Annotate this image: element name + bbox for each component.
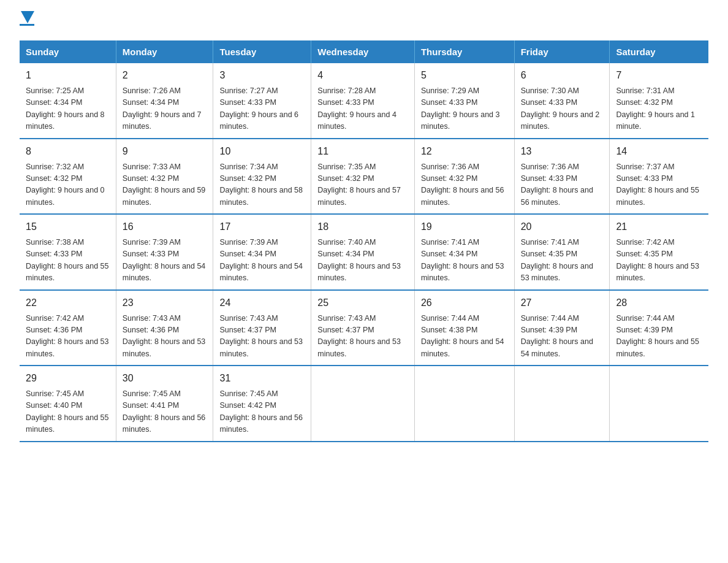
day-number: 23 [123, 296, 207, 310]
day-cell: 12Sunrise: 7:36 AMSunset: 4:32 PMDayligh… [414, 139, 514, 215]
day-cell: 28Sunrise: 7:44 AMSunset: 4:39 PMDayligh… [610, 290, 708, 366]
day-info: Sunrise: 7:42 AMSunset: 4:35 PMDaylight:… [616, 237, 702, 285]
day-info: Sunrise: 7:31 AMSunset: 4:32 PMDaylight:… [616, 85, 702, 133]
day-cell: 27Sunrise: 7:44 AMSunset: 4:39 PMDayligh… [514, 290, 610, 366]
day-cell: 2Sunrise: 7:26 AMSunset: 4:34 PMDaylight… [116, 63, 213, 139]
day-number: 8 [26, 144, 110, 159]
day-cell: 3Sunrise: 7:27 AMSunset: 4:33 PMDaylight… [213, 63, 311, 139]
day-info: Sunrise: 7:44 AMSunset: 4:39 PMDaylight:… [521, 313, 604, 361]
day-cell: 20Sunrise: 7:41 AMSunset: 4:35 PMDayligh… [514, 214, 610, 290]
day-info: Sunrise: 7:42 AMSunset: 4:36 PMDaylight:… [26, 313, 110, 361]
header-cell-saturday: Saturday [610, 40, 708, 63]
day-cell: 8Sunrise: 7:32 AMSunset: 4:32 PMDaylight… [20, 139, 116, 215]
day-cell: 17Sunrise: 7:39 AMSunset: 4:34 PMDayligh… [213, 214, 311, 290]
day-number: 9 [123, 144, 207, 159]
header-cell-monday: Monday [116, 40, 213, 63]
day-cell: 21Sunrise: 7:42 AMSunset: 4:35 PMDayligh… [610, 214, 708, 290]
day-cell: 26Sunrise: 7:44 AMSunset: 4:38 PMDayligh… [414, 290, 514, 366]
day-cell: 15Sunrise: 7:38 AMSunset: 4:33 PMDayligh… [20, 214, 116, 290]
svg-marker-0 [21, 11, 34, 23]
day-info: Sunrise: 7:43 AMSunset: 4:36 PMDaylight:… [123, 313, 207, 361]
day-cell: 19Sunrise: 7:41 AMSunset: 4:34 PMDayligh… [414, 214, 514, 290]
header-cell-wednesday: Wednesday [311, 40, 415, 63]
week-row-3: 15Sunrise: 7:38 AMSunset: 4:33 PMDayligh… [20, 214, 708, 290]
day-info: Sunrise: 7:36 AMSunset: 4:32 PMDaylight:… [421, 161, 508, 209]
day-cell: 30Sunrise: 7:45 AMSunset: 4:41 PMDayligh… [116, 366, 213, 442]
day-info: Sunrise: 7:25 AMSunset: 4:34 PMDaylight:… [26, 85, 110, 133]
day-number: 31 [219, 371, 305, 386]
day-info: Sunrise: 7:35 AMSunset: 4:32 PMDaylight:… [317, 161, 408, 209]
day-info: Sunrise: 7:38 AMSunset: 4:33 PMDaylight:… [26, 237, 110, 285]
day-number: 19 [421, 220, 508, 234]
logo [20, 15, 34, 26]
day-cell: 1Sunrise: 7:25 AMSunset: 4:34 PMDaylight… [20, 63, 116, 139]
week-row-5: 29Sunrise: 7:45 AMSunset: 4:40 PMDayligh… [20, 366, 708, 442]
day-number: 3 [219, 68, 305, 83]
day-cell: 23Sunrise: 7:43 AMSunset: 4:36 PMDayligh… [116, 290, 213, 366]
day-cell: 31Sunrise: 7:45 AMSunset: 4:42 PMDayligh… [213, 366, 311, 442]
day-number: 13 [521, 144, 604, 159]
day-number: 30 [123, 371, 207, 386]
calendar-table: SundayMondayTuesdayWednesdayThursdayFrid… [20, 40, 708, 442]
header-cell-tuesday: Tuesday [213, 40, 311, 63]
logo-underline [20, 24, 34, 26]
day-number: 21 [616, 220, 702, 234]
header-cell-sunday: Sunday [20, 40, 116, 63]
header-cell-thursday: Thursday [414, 40, 514, 63]
day-number: 1 [26, 68, 110, 83]
logo-triangle-icon [21, 11, 34, 23]
day-cell: 9Sunrise: 7:33 AMSunset: 4:32 PMDaylight… [116, 139, 213, 215]
day-number: 6 [521, 68, 604, 83]
day-info: Sunrise: 7:29 AMSunset: 4:33 PMDaylight:… [421, 85, 508, 133]
day-number: 26 [421, 296, 508, 310]
day-cell: 5Sunrise: 7:29 AMSunset: 4:33 PMDaylight… [414, 63, 514, 139]
header-row: SundayMondayTuesdayWednesdayThursdayFrid… [20, 40, 708, 63]
day-info: Sunrise: 7:45 AMSunset: 4:42 PMDaylight:… [219, 388, 305, 436]
day-cell: 7Sunrise: 7:31 AMSunset: 4:32 PMDaylight… [610, 63, 708, 139]
day-number: 17 [219, 220, 305, 234]
day-cell: 10Sunrise: 7:34 AMSunset: 4:32 PMDayligh… [213, 139, 311, 215]
day-number: 18 [317, 220, 408, 234]
day-info: Sunrise: 7:41 AMSunset: 4:34 PMDaylight:… [421, 237, 508, 285]
day-info: Sunrise: 7:36 AMSunset: 4:33 PMDaylight:… [521, 161, 604, 209]
day-info: Sunrise: 7:34 AMSunset: 4:32 PMDaylight:… [219, 161, 305, 209]
day-info: Sunrise: 7:44 AMSunset: 4:38 PMDaylight:… [421, 313, 508, 361]
day-number: 15 [26, 220, 110, 234]
day-cell: 11Sunrise: 7:35 AMSunset: 4:32 PMDayligh… [311, 139, 415, 215]
day-number: 12 [421, 144, 508, 159]
day-number: 22 [26, 296, 110, 310]
day-info: Sunrise: 7:40 AMSunset: 4:34 PMDaylight:… [317, 237, 408, 285]
day-cell: 6Sunrise: 7:30 AMSunset: 4:33 PMDaylight… [514, 63, 610, 139]
day-number: 7 [616, 68, 702, 83]
day-info: Sunrise: 7:28 AMSunset: 4:33 PMDaylight:… [317, 85, 408, 133]
day-cell: 24Sunrise: 7:43 AMSunset: 4:37 PMDayligh… [213, 290, 311, 366]
day-info: Sunrise: 7:39 AMSunset: 4:33 PMDaylight:… [123, 237, 207, 285]
day-number: 11 [317, 144, 408, 159]
day-cell: 16Sunrise: 7:39 AMSunset: 4:33 PMDayligh… [116, 214, 213, 290]
day-info: Sunrise: 7:39 AMSunset: 4:34 PMDaylight:… [219, 237, 305, 285]
day-info: Sunrise: 7:45 AMSunset: 4:40 PMDaylight:… [26, 388, 110, 436]
day-cell [311, 366, 415, 442]
day-cell: 14Sunrise: 7:37 AMSunset: 4:33 PMDayligh… [610, 139, 708, 215]
day-info: Sunrise: 7:30 AMSunset: 4:33 PMDaylight:… [521, 85, 604, 133]
day-number: 10 [219, 144, 305, 159]
day-cell: 25Sunrise: 7:43 AMSunset: 4:37 PMDayligh… [311, 290, 415, 366]
day-info: Sunrise: 7:26 AMSunset: 4:34 PMDaylight:… [123, 85, 207, 133]
day-info: Sunrise: 7:32 AMSunset: 4:32 PMDaylight:… [26, 161, 110, 209]
day-info: Sunrise: 7:33 AMSunset: 4:32 PMDaylight:… [123, 161, 207, 209]
day-number: 27 [521, 296, 604, 310]
day-number: 25 [317, 296, 408, 310]
day-cell: 29Sunrise: 7:45 AMSunset: 4:40 PMDayligh… [20, 366, 116, 442]
day-cell: 4Sunrise: 7:28 AMSunset: 4:33 PMDaylight… [311, 63, 415, 139]
day-info: Sunrise: 7:27 AMSunset: 4:33 PMDaylight:… [219, 85, 305, 133]
day-cell [414, 366, 514, 442]
day-number: 16 [123, 220, 207, 234]
day-cell [610, 366, 708, 442]
day-info: Sunrise: 7:44 AMSunset: 4:39 PMDaylight:… [616, 313, 702, 361]
day-info: Sunrise: 7:41 AMSunset: 4:35 PMDaylight:… [521, 237, 604, 285]
page-header [20, 15, 708, 26]
day-info: Sunrise: 7:43 AMSunset: 4:37 PMDaylight:… [317, 313, 408, 361]
day-number: 24 [219, 296, 305, 310]
calendar-header: SundayMondayTuesdayWednesdayThursdayFrid… [20, 40, 708, 63]
day-number: 5 [421, 68, 508, 83]
